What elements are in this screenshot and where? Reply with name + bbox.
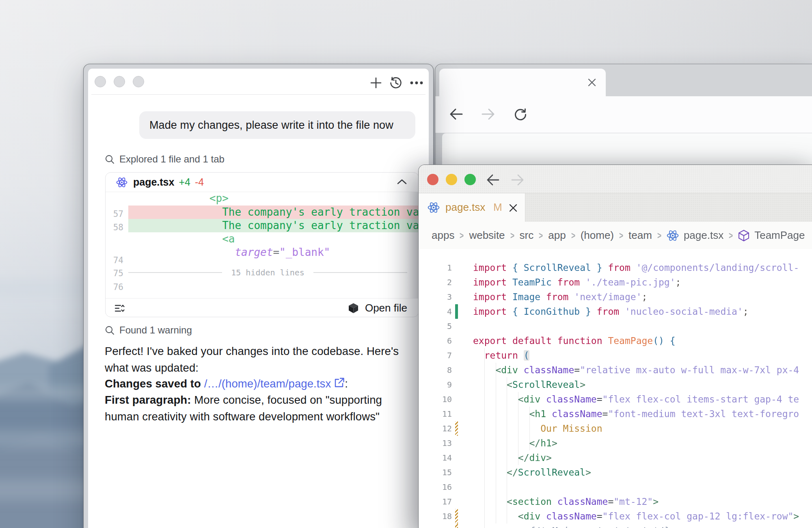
git-modified-marker <box>455 509 458 524</box>
chevron-up-icon[interactable] <box>397 178 407 185</box>
code-line-8: <div className="relative mx-auto w-full … <box>473 363 812 377</box>
diff-card: page.tsx+4-4 <p> The company's early tra… <box>105 172 419 317</box>
line-numbers: 12345678910111213141516171819 <box>419 260 452 528</box>
assistant-paragraph: Changes saved to /…/(home)/team/page.tsx… <box>105 375 419 392</box>
code-line-12: Our Mission <box>473 421 812 436</box>
diff-code-text: target="_blank" <box>133 246 330 259</box>
diff-code-text: The company's early traction val <box>133 219 418 232</box>
history-icon[interactable] <box>389 76 402 89</box>
breadcrumb: apps>website>src>app>(home)>team>page.ts… <box>419 222 812 249</box>
assistant-text-line: what was updated: <box>105 359 419 376</box>
code-editor[interactable]: 12345678910111213141516171819 import { S… <box>419 249 812 528</box>
minimize-button[interactable] <box>114 76 125 87</box>
editor-tab-page-tsx[interactable]: page.tsx M <box>419 193 525 222</box>
line-number: 13 <box>419 436 452 450</box>
close-tab-icon[interactable] <box>508 203 518 213</box>
cube-icon <box>738 229 749 242</box>
git-modified-marker <box>455 421 458 436</box>
line-number: 5 <box>419 319 452 333</box>
explored-step-label: Explored 1 file and 1 tab <box>119 154 225 165</box>
open-file-label: Open file <box>365 302 407 314</box>
first-paragraph-label: First paragraph: <box>105 394 191 406</box>
zoom-button[interactable] <box>133 76 144 87</box>
diff-card-footer: Open file <box>106 298 419 317</box>
back-icon[interactable] <box>449 108 463 121</box>
diff-code-text: <a <box>133 232 235 246</box>
more-options-icon[interactable] <box>410 81 423 85</box>
code-line-5 <box>473 319 812 333</box>
editor-window: page.tsx M apps>website>src>app>(home)>t… <box>418 164 812 528</box>
file-path-link[interactable]: /…/(home)/team/page.tsx <box>204 377 331 390</box>
breadcrumb-item-team[interactable]: team <box>628 229 652 242</box>
hidden-lines-label: 15 hidden lines <box>231 268 304 277</box>
react-icon <box>428 202 440 213</box>
found-step[interactable]: Found 1 warning <box>105 325 192 336</box>
assistant-paragraph: First paragraph: More concise, focused o… <box>105 392 419 425</box>
expand-lines-icon[interactable] <box>114 303 125 314</box>
open-file-button[interactable]: Open file <box>348 302 407 314</box>
assistant-text: : <box>345 377 348 390</box>
diff-card-header[interactable]: page.tsx+4-4 <box>106 173 419 192</box>
tab-modified-badge: M <box>493 201 502 214</box>
diff-line-number: 58 <box>106 222 123 233</box>
react-icon <box>116 177 127 188</box>
box-icon <box>348 303 359 314</box>
close-button[interactable] <box>95 76 106 87</box>
line-number: 18 <box>419 509 452 524</box>
line-number: 15 <box>419 465 452 480</box>
code-line-1: import { ScrollReveal } from '@/componen… <box>473 260 812 275</box>
breadcrumb-item-home[interactable]: (home) <box>581 229 614 242</box>
diff-line-number: 74 <box>106 255 123 266</box>
line-number: 11 <box>419 407 452 421</box>
assistant-text-line: human creativity with software developme… <box>105 408 419 425</box>
editor-window-controls <box>427 174 476 185</box>
reload-icon[interactable] <box>514 108 527 121</box>
forward-icon[interactable] <box>481 108 496 121</box>
breadcrumb-separator: > <box>510 230 514 241</box>
breadcrumb-separator: > <box>571 230 575 241</box>
code-line-2: import TeamPic from './team-pic.jpg'; <box>473 275 812 290</box>
line-number: 4 <box>419 304 452 319</box>
back-icon[interactable] <box>486 174 500 186</box>
diff-code-area: <p> The company's early traction val57 T… <box>106 192 418 298</box>
diff-code-text: The company's early traction val <box>133 206 418 219</box>
external-link-icon[interactable] <box>334 377 345 388</box>
user-message-text: Made my changes, please write it into th… <box>149 119 393 132</box>
diff-line-number: 75 <box>106 268 123 279</box>
search-icon <box>105 154 115 164</box>
minimize-button[interactable] <box>446 174 457 185</box>
new-chat-icon[interactable] <box>370 77 382 89</box>
browser-tab[interactable] <box>439 69 606 96</box>
line-number: 1 <box>419 260 452 275</box>
hidden-lines-divider[interactable]: 15 hidden lines <box>128 266 407 279</box>
code-line-7: return ( <box>473 348 812 363</box>
diff-deletions-count: -4 <box>195 176 204 188</box>
explored-step[interactable]: Explored 1 file and 1 tab <box>105 154 225 165</box>
breadcrumb-item-website[interactable]: website <box>469 229 505 242</box>
code-line-14: </div> <box>473 450 812 465</box>
zoom-button[interactable] <box>464 174 476 185</box>
code-line-13: </h1> <box>473 436 812 450</box>
editor-titlebar <box>419 165 812 193</box>
user-message-bubble: Made my changes, please write it into th… <box>139 111 415 139</box>
breadcrumb-item-pagetsx[interactable]: page.tsx <box>667 229 723 242</box>
editor-nav-buttons <box>486 174 525 186</box>
breadcrumb-item-teampage[interactable]: TeamPage <box>738 229 805 242</box>
changes-saved-label: Changes saved to <box>105 377 204 390</box>
tab-file-name: page.tsx <box>445 201 485 214</box>
close-button[interactable] <box>427 174 438 185</box>
code-line-9: <ScrollReveal> <box>473 377 812 392</box>
line-number: 7 <box>419 348 452 363</box>
git-added-marker <box>455 304 458 319</box>
breadcrumb-item-src[interactable]: src <box>520 229 534 242</box>
divider-line <box>128 272 222 273</box>
diff-line-number: 76 <box>106 282 123 292</box>
close-tab-icon[interactable] <box>587 78 597 87</box>
forward-icon[interactable] <box>511 174 525 186</box>
breadcrumb-item-app[interactable]: app <box>548 229 566 242</box>
editor-tabbar: page.tsx M <box>419 193 812 222</box>
breadcrumb-separator: > <box>460 230 464 241</box>
code-line-6: export default function TeamPage() { <box>473 333 812 348</box>
assistant-paragraph: Perfect! I've baked your changes into th… <box>105 343 419 376</box>
breadcrumb-item-apps[interactable]: apps <box>432 229 454 242</box>
